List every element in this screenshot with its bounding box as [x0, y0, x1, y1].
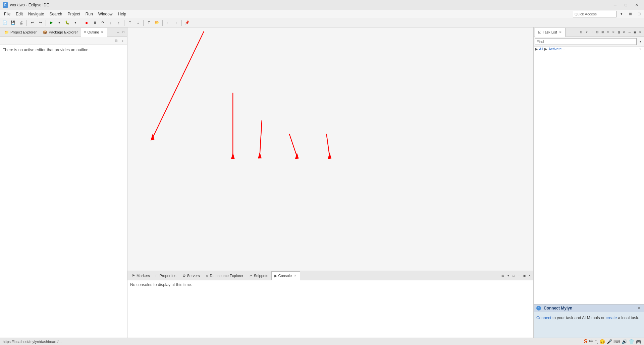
tab-task-list[interactable]: ☑ Task List ✕ [535, 28, 566, 37]
outline-sort-btn[interactable]: ↕ [120, 38, 126, 44]
task-list-maximize-btn[interactable]: ▣ [633, 30, 637, 34]
tab-project-explorer[interactable]: 📁 Project Explorer [1, 27, 40, 37]
minimize-button[interactable]: ─ [610, 2, 620, 8]
toolbar-prev-annotation[interactable]: ⇡ [126, 19, 133, 26]
connect-mylyn-close-btn[interactable]: ✕ [637, 306, 641, 310]
maximize-button[interactable]: □ [621, 2, 631, 8]
system-tray: S 中 °, 😊 🎤 ⌨ 🔊 👕 🎮 [584, 339, 641, 345]
bottom-panel-tab-bar: ⚑ Markers □ Properties ⚙ Servers ◈ Datas… [127, 271, 533, 280]
bottom-panel-new-btn[interactable]: ⊞ [500, 273, 505, 278]
menu-search[interactable]: Search [47, 10, 65, 18]
task-list-del-btn[interactable]: ✕ [611, 30, 616, 34]
bottom-panel-view-btn[interactable]: □ [511, 273, 516, 278]
menu-help[interactable]: Help [115, 10, 129, 18]
bottom-panel-maximize-btn[interactable]: ▣ [522, 273, 527, 278]
task-list-tab-bar: ☑ Task List ✕ ⊞ ▾ ↕ ⊟ ⊞ ⟳ ✕ 🗑 ⊕ ─ ▣ ✕ [534, 27, 644, 37]
task-list-btn3[interactable]: ⊕ [622, 30, 627, 34]
bottom-panel-close-btn[interactable]: ✕ [527, 273, 532, 278]
tab-servers[interactable]: ⚙ Servers [179, 271, 203, 280]
bottom-panel-minimize-btn[interactable]: ─ [517, 273, 521, 278]
left-panel-maximize-btn[interactable]: □ [121, 30, 126, 34]
toolbar-open-type[interactable]: T [145, 19, 153, 26]
tab-snippets[interactable]: ✂ Snippets [247, 271, 271, 280]
tab-properties[interactable]: □ Properties [153, 271, 179, 280]
task-list-collapse-btn[interactable]: ⊞ [600, 30, 605, 34]
task-list-search-dropdown[interactable]: ▾ [638, 39, 643, 44]
menu-file[interactable]: File [1, 10, 13, 18]
toolbar-stop-btn[interactable]: ■ [83, 19, 90, 26]
console-tab-close[interactable]: ✕ [293, 274, 297, 278]
toolbar-sep-4 [124, 20, 124, 26]
tab-properties-label: Properties [159, 274, 176, 278]
toolbar-sep-2 [46, 20, 46, 26]
connect-mylyn-title: Connect Mylyn [544, 306, 572, 310]
tab-outline[interactable]: ≡ Outline ✕ [81, 28, 107, 37]
toolbar-undo-btn[interactable]: ↩ [29, 19, 36, 26]
menu-window[interactable]: Window [96, 10, 115, 18]
task-list-sort-btn[interactable]: ↕ [590, 30, 594, 34]
servers-icon: ⚙ [182, 274, 186, 278]
toolbar-back-btn[interactable]: ← [164, 19, 172, 26]
outline-tab-close[interactable]: ✕ [100, 30, 104, 34]
quick-access-area: ▾ ⊞ ⊡ [573, 10, 643, 18]
close-button[interactable]: ✕ [632, 2, 641, 8]
task-list-filter-btn[interactable]: ⊟ [595, 30, 600, 34]
toolbar-step-over-btn[interactable]: ↷ [99, 19, 106, 26]
task-list-new-btn[interactable]: ⊞ [579, 30, 584, 34]
task-list-dropdown-btn[interactable]: ▾ [584, 30, 589, 34]
toolbar-run-btn[interactable]: ▶ [48, 19, 55, 26]
menu-navigate[interactable]: Navigate [25, 10, 47, 18]
menu-edit[interactable]: Edit [13, 10, 25, 18]
svg-line-6 [289, 134, 297, 156]
toolbar-step-return-btn[interactable]: ↑ [115, 19, 122, 26]
task-list-help-btn[interactable]: ? [638, 47, 643, 51]
tab-console[interactable]: ▶ Console ✕ [271, 271, 300, 280]
toolbar-save-btn[interactable]: 💾 [9, 19, 17, 26]
toolbar-step-into-btn[interactable]: ↓ [107, 19, 114, 26]
sys-tray-vol: 🔊 [622, 339, 627, 344]
toolbar-perspectives-btn[interactable]: ⊞ [627, 10, 634, 18]
toolbar-debug-dropdown[interactable]: ▾ [72, 19, 79, 26]
connect-mylyn-desc: to your task and ALM tools or [551, 316, 606, 320]
task-list-filter-all[interactable]: All [539, 47, 543, 51]
menu-project[interactable]: Project [65, 10, 83, 18]
toolbar-pause-btn[interactable]: ⏸ [91, 19, 98, 26]
svg-marker-9 [328, 152, 331, 159]
tab-markers[interactable]: ⚑ Markers [129, 271, 153, 280]
window-title: worktwo - Eclipse IDE [10, 3, 610, 7]
task-list-close-btn[interactable]: ✕ [638, 30, 643, 34]
toolbar-new-perspective-btn[interactable]: ⊡ [635, 10, 643, 18]
tab-package-explorer[interactable]: 📦 Package Explorer [40, 27, 81, 37]
task-list-minimize-btn[interactable]: ─ [627, 30, 632, 34]
toolbar-next-annotation[interactable]: ⇣ [134, 19, 142, 26]
toolbar-print-btn[interactable]: 🖨 [17, 19, 25, 26]
toolbar-open-resource[interactable]: 📂 [153, 19, 161, 26]
toolbar-new-btn[interactable]: 📄 [1, 19, 9, 26]
task-list-filter-activate[interactable]: Activate... [548, 47, 565, 51]
task-list-window-btns: ⊞ ▾ ↕ ⊟ ⊞ ⟳ ✕ 🗑 ⊕ ─ ▣ ✕ [579, 30, 643, 34]
bottom-panel-dropdown-btn[interactable]: ▾ [506, 273, 511, 278]
connect-mylyn-create-link[interactable]: create [606, 316, 617, 320]
connect-mylyn-suffix: a local task. [617, 316, 639, 320]
task-list-search-input[interactable] [535, 38, 637, 45]
toolbar-sep-1 [26, 20, 27, 26]
outline-icon: ≡ [84, 30, 86, 34]
toolbar-forward-btn[interactable]: → [172, 19, 180, 26]
quick-access-dropdown[interactable]: ▾ [618, 10, 625, 18]
task-list-del2-btn[interactable]: 🗑 [616, 30, 621, 34]
toolbar-run-dropdown[interactable]: ▾ [56, 19, 63, 26]
task-list-tab-close[interactable]: ✕ [558, 30, 562, 34]
connect-mylyn-connect-link[interactable]: Connect [536, 316, 551, 320]
outline-collapse-all-btn[interactable]: ⊟ [113, 38, 119, 44]
toolbar-redo-btn[interactable]: ↪ [37, 19, 44, 26]
left-panel-window-btns: ─ □ [116, 30, 126, 34]
toolbar-pin-btn[interactable]: 📌 [183, 19, 191, 26]
toolbar-debug-btn[interactable]: 🐛 [64, 19, 71, 26]
properties-icon: □ [156, 274, 158, 278]
tab-datasource-explorer[interactable]: ◈ Datasource Explorer [203, 271, 246, 280]
task-list-sync-btn[interactable]: ⟳ [606, 30, 610, 34]
project-explorer-icon: 📁 [4, 30, 9, 34]
menu-run[interactable]: Run [83, 10, 96, 18]
left-panel-minimize-btn[interactable]: ─ [116, 30, 120, 34]
quick-access-input[interactable] [573, 11, 616, 17]
